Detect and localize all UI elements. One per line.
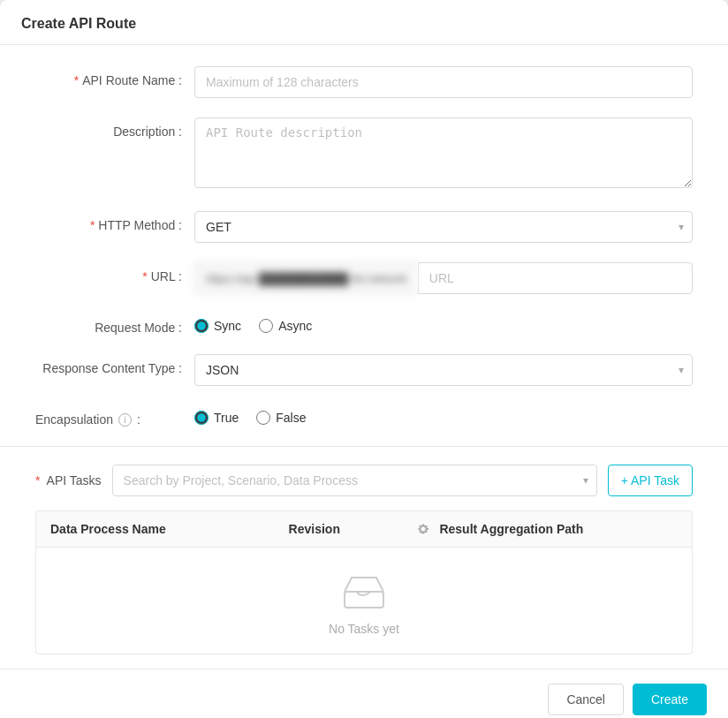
request-mode-row: Request Mode : Sync Async [35,314,693,335]
section-divider [0,446,728,447]
url-prefix: https://api.███████████.fst.network [194,262,418,294]
request-mode-label: Request Mode : [35,314,194,335]
svg-rect-0 [345,592,383,608]
encapsulation-false[interactable]: False [256,411,306,425]
request-mode-radio-group: Sync Async [194,314,693,333]
api-route-name-input[interactable] [194,66,693,98]
add-api-task-button[interactable]: + API Task [608,465,693,496]
response-content-type-label: Response Content Type : [35,354,194,375]
response-content-type-select-wrap: JSON XML TEXT ▾ [194,354,693,386]
empty-text: No Tasks yet [329,622,399,636]
encapsulation-info-icon[interactable]: i [118,413,132,427]
http-method-wrap: GET POST PUT DELETE PATCH ▾ [194,211,693,243]
api-tasks-row: * API Tasks ▾ + API Task [35,465,693,496]
encapsulation-true-radio[interactable] [194,411,209,425]
table-header: Data Process Name Revision Result Aggreg… [36,511,692,548]
request-mode-sync[interactable]: Sync [194,319,241,333]
sync-radio[interactable] [194,319,209,333]
http-method-select-wrap: GET POST PUT DELETE PATCH ▾ [194,211,693,243]
url-row: *URL : https://api.███████████.fst.netwo… [35,262,693,294]
modal-title: Create API Route [21,16,136,31]
api-tasks-table: Data Process Name Revision Result Aggreg… [35,510,693,654]
modal-header: Create API Route [0,0,728,45]
empty-tray-icon [339,565,389,615]
request-mode-wrap: Sync Async [194,314,693,333]
async-radio[interactable] [259,319,273,333]
table-empty-state: No Tasks yet [36,548,692,654]
encapsulation-true[interactable]: True [194,411,239,425]
encapsulation-radio-group: True False [194,405,693,425]
description-label: Description : [35,117,194,139]
api-route-name-label: *API Route Name : [35,66,194,87]
encapsulation-false-radio[interactable] [256,411,270,425]
url-wrap: https://api.███████████.fst.network [194,262,693,294]
col-settings-icon[interactable] [407,522,439,536]
modal-body: *API Route Name : Description : *HTTP Me… [0,45,728,669]
response-content-type-wrap: JSON XML TEXT ▾ [194,354,693,386]
url-label: *URL : [35,262,194,283]
http-method-label: *HTTP Method : [35,211,194,232]
response-content-type-row: Response Content Type : JSON XML TEXT ▾ [35,354,693,386]
http-method-select[interactable]: GET POST PUT DELETE PATCH [194,211,693,243]
create-button[interactable]: Create [633,684,707,715]
encapsulation-wrap: True False [194,405,693,425]
response-content-type-select[interactable]: JSON XML TEXT [194,354,693,386]
cancel-button[interactable]: Cancel [548,684,624,715]
encapsulation-label: Encapsulation i : [35,405,194,427]
encapsulation-row: Encapsulation i : True False [35,405,693,427]
api-tasks-search-input[interactable] [112,465,597,496]
modal-footer: Cancel Create [0,669,728,718]
description-input[interactable] [194,117,693,188]
description-row: Description : [35,117,693,192]
request-mode-async[interactable]: Async [259,319,312,333]
api-tasks-label: * API Tasks [35,473,102,487]
gear-icon [416,522,430,536]
api-route-name-row: *API Route Name : [35,66,693,98]
col-result-aggregation-path: Result Aggregation Path [439,522,678,536]
url-path-input[interactable] [418,262,693,294]
http-method-row: *HTTP Method : GET POST PUT DELETE PATCH… [35,211,693,243]
col-data-process-name: Data Process Name [50,522,289,536]
description-wrap [194,117,693,192]
api-tasks-search-wrap: ▾ [112,465,597,496]
api-route-name-wrap [194,66,693,98]
url-combined: https://api.███████████.fst.network [194,262,693,294]
col-revision: Revision [289,522,408,536]
create-api-route-modal: Create API Route *API Route Name : Descr… [0,0,728,718]
